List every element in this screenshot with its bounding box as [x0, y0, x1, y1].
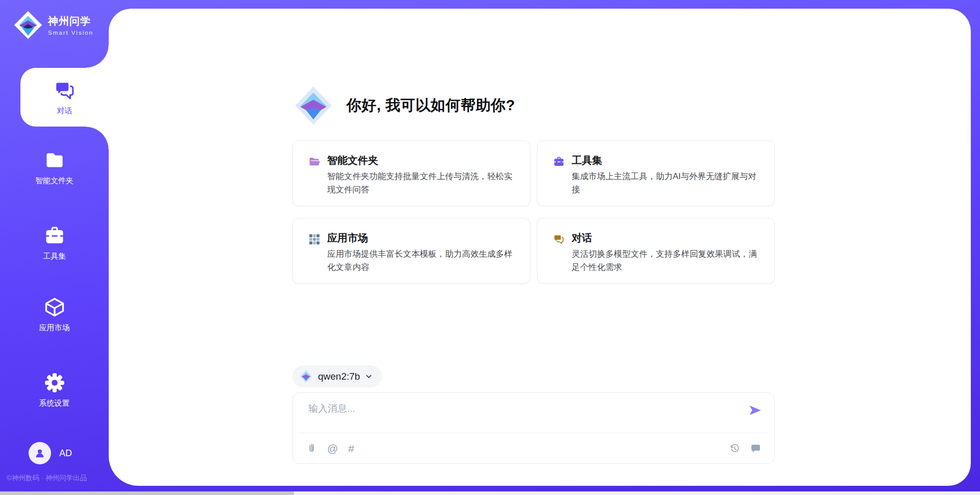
chat-icon: [53, 79, 77, 102]
message-input[interactable]: [293, 393, 727, 430]
sidebar-item-chat[interactable]: 对话: [20, 68, 109, 127]
folder-icon: [43, 149, 66, 171]
model-name: qwen2:7b: [318, 371, 360, 382]
app-root: 神州问学 Smart Vision 对话 智能文件夹: [0, 0, 980, 495]
model-diamond-icon: [299, 369, 313, 383]
brand-text: 神州问学 Smart Vision: [48, 14, 93, 36]
sidebar-item-label: 工具集: [43, 252, 66, 261]
card-chat[interactable]: 对话 灵活切换多模型文件，支持多样回复效果调试，满足个性化需求: [537, 218, 775, 284]
send-icon[interactable]: [748, 403, 762, 417]
toolbox-icon: [43, 225, 66, 247]
card-description: 智能文件夹功能支持批量文件上传与清洗，轻松实现文件问答: [327, 170, 518, 196]
greeting-row: 你好, 我可以如何帮助你?: [292, 84, 515, 127]
horizontal-scrollbar[interactable]: [0, 491, 980, 495]
sidebar-item-label: 系统设置: [39, 399, 70, 408]
history-icon[interactable]: [729, 443, 740, 454]
cube-icon: [43, 296, 66, 318]
feature-cards: 智能文件夹 智能文件夹功能支持批量文件上传与清洗，轻松实现文件问答 工具集 集成…: [292, 140, 775, 284]
assistant-diamond-icon: [292, 84, 334, 127]
card-app-market[interactable]: 应用市场 应用市场提供丰富长文本模板，助力高效生成多样化文章内容: [292, 218, 530, 284]
brand-name-cn: 神州问学: [48, 14, 93, 28]
brand-diamond-icon: [13, 10, 43, 40]
sidebar-item-settings[interactable]: 系统设置: [0, 372, 109, 408]
card-title: 智能文件夹: [327, 154, 378, 167]
mention-icon[interactable]: @: [327, 443, 338, 454]
sidebar-item-app-market[interactable]: 应用市场: [0, 296, 109, 333]
main-panel: 你好, 我可以如何帮助你? 智能文件夹 智能文件夹功能支持批量文件上传与清洗，轻…: [109, 9, 971, 486]
card-smart-folder[interactable]: 智能文件夹 智能文件夹功能支持批量文件上传与清洗，轻松实现文件问答: [292, 140, 530, 206]
hashtag-icon[interactable]: #: [348, 443, 354, 454]
card-description: 集成市场上主流工具，助力AI与外界无缝扩展与对接: [572, 170, 762, 196]
sidebar-item-toolset[interactable]: 工具集: [0, 225, 109, 261]
card-description: 灵活切换多模型文件，支持多样回复效果调试，满足个性化需求: [572, 247, 762, 274]
avatar: [29, 442, 51, 464]
brand-logo-block: 神州问学 Smart Vision: [13, 10, 93, 40]
folder-open-icon: [308, 156, 321, 168]
sidebar-item-smart-folder[interactable]: 智能文件夹: [0, 149, 109, 186]
copyright-footer: ©神州数码 · 神州问学出品: [7, 474, 87, 483]
card-toolset[interactable]: 工具集 集成市场上主流工具，助力AI与外界无缝扩展与对接: [537, 140, 775, 206]
person-icon: [33, 447, 46, 460]
message-composer: @ #: [292, 392, 775, 464]
model-selector[interactable]: qwen2:7b: [292, 365, 382, 387]
attachment-icon[interactable]: [306, 443, 317, 454]
grid-icon: [308, 233, 321, 245]
conversations-icon[interactable]: [750, 443, 761, 454]
sidebar-item-label: 应用市场: [39, 323, 70, 333]
sidebar-item-label: 智能文件夹: [35, 176, 74, 186]
chat-icon: [553, 233, 565, 245]
card-title: 工具集: [572, 154, 602, 167]
brand-name-en: Smart Vision: [48, 30, 93, 36]
sidebar-item-label: 对话: [57, 106, 72, 116]
card-title: 应用市场: [327, 231, 368, 245]
toolbar-left: @ #: [306, 443, 354, 454]
toolbar-right: [729, 443, 761, 454]
toolbox-icon: [553, 156, 565, 168]
chevron-down-icon: [365, 373, 373, 380]
user-initials: AD: [59, 448, 72, 459]
composer-toolbar: @ #: [299, 433, 768, 463]
greeting-title: 你好, 我可以如何帮助你?: [347, 95, 515, 116]
card-title: 对话: [572, 231, 592, 245]
sidebar: 神州问学 Smart Vision 对话 智能文件夹: [0, 0, 109, 491]
gear-icon: [43, 372, 66, 394]
card-description: 应用市场提供丰富长文本模板，助力高效生成多样化文章内容: [327, 247, 518, 274]
scrollbar-thumb[interactable]: [0, 491, 294, 495]
user-profile[interactable]: AD: [29, 442, 72, 464]
